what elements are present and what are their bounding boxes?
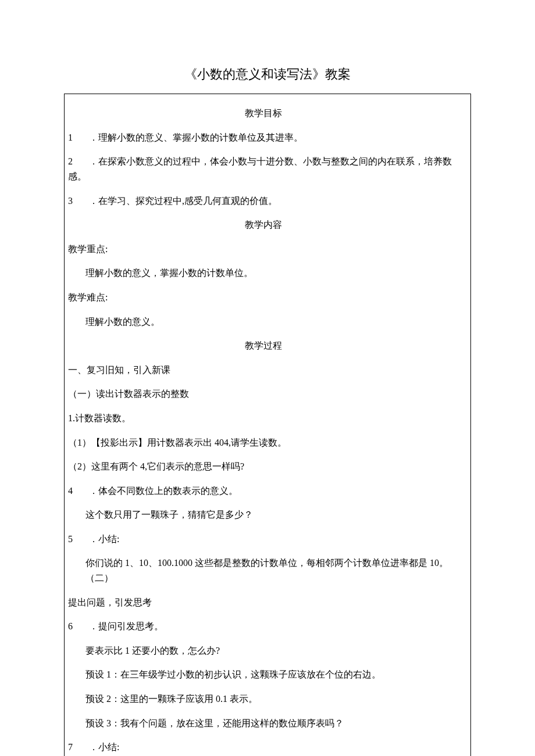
item-text: ．小结: xyxy=(89,742,119,752)
process-heading: 教学过程 xyxy=(65,338,462,353)
goal-item-1: 1．理解小数的意义、掌握小数的计数单位及其进率。 xyxy=(65,130,462,145)
part1-item6-p2: 预设 2：这里的一颗珠子应该用 0.1 表示。 xyxy=(65,691,462,707)
difficulty-text: 理解小数的意义。 xyxy=(65,314,462,329)
document-title: 《小数的意义和读写法》教案 xyxy=(64,64,471,84)
part1-item6-q: 要表示比 1 还要小的数，怎么办? xyxy=(65,643,462,658)
list-number: 2 xyxy=(68,154,79,169)
part1-sub1: （一）读出计数器表示的整数 xyxy=(65,386,462,402)
content-heading: 教学内容 xyxy=(65,217,462,232)
keypoint-text: 理解小数的意义，掌握小数的计数单位。 xyxy=(65,266,462,281)
list-number: 7 xyxy=(68,740,79,755)
keypoint-label: 教学重点: xyxy=(65,242,462,257)
part1-item4-body: 这个数只用了一颗珠子，猜猜它是多少？ xyxy=(65,507,462,522)
part1-title: 一、复习旧知，引入新课 xyxy=(65,363,462,378)
item-text: ．小结: xyxy=(89,534,119,544)
part1-item6-p3: 预设 3：我有个问题，放在这里，还能用这样的数位顺序表吗？ xyxy=(65,716,462,731)
part1-item1: 1.计数器读数。 xyxy=(65,411,462,426)
list-number: 3 xyxy=(68,194,79,209)
part1-item4: 4．体会不同数位上的数表示的意义。 xyxy=(65,483,462,499)
list-number: 1 xyxy=(68,130,79,145)
part1-sub2-tail: 提出问题，引发思考 xyxy=(65,595,462,610)
list-number: 4 xyxy=(68,483,79,499)
difficulty-label: 教学难点: xyxy=(65,290,462,305)
part1-item1-1: （1）【投影出示】用计数器表示出 404,请学生读数。 xyxy=(65,435,462,450)
lesson-plan-box: 教学目标 1．理解小数的意义、掌握小数的计数单位及其进率。 2．在探索小数意义的… xyxy=(64,94,471,756)
part1-item5: 5．小结: xyxy=(65,532,462,547)
item-text: ．体会不同数位上的数表示的意义。 xyxy=(89,486,238,496)
part1-item6-p1: 预设 1：在三年级学过小数的初步认识，这颗珠子应该放在个位的右边。 xyxy=(65,667,462,682)
part1-item6: 6．提问引发思考。 xyxy=(65,619,462,634)
goal-item-2: 2．在探索小数意义的过程中，体会小数与十进分数、小数与整数之间的内在联系，培养数… xyxy=(65,154,462,184)
goal-text: ．在探索小数意义的过程中，体会小数与十进分数、小数与整数之间的内在联系，培养数感… xyxy=(68,156,452,181)
page: 《小数的意义和读写法》教案 教学目标 1．理解小数的意义、掌握小数的计数单位及其… xyxy=(0,0,535,756)
part1-item7: 7．小结: xyxy=(65,740,462,755)
part1-item5-body: 你们说的 1、10、100.1000 这些都是整数的计数单位，每相邻两个计数单位… xyxy=(65,556,462,585)
goal-text: ．在学习、探究过程中,感受几何直观的价值。 xyxy=(89,196,277,206)
goal-item-3: 3．在学习、探究过程中,感受几何直观的价值。 xyxy=(65,194,462,209)
part1-item1-2: （2）这里有两个 4,它们表示的意思一样吗? xyxy=(65,459,462,474)
goals-heading: 教学目标 xyxy=(65,106,462,121)
list-number: 6 xyxy=(68,619,79,634)
item-text: ．提问引发思考。 xyxy=(89,621,163,631)
list-number: 5 xyxy=(68,532,79,547)
goal-text: ．理解小数的意义、掌握小数的计数单位及其进率。 xyxy=(89,132,303,142)
